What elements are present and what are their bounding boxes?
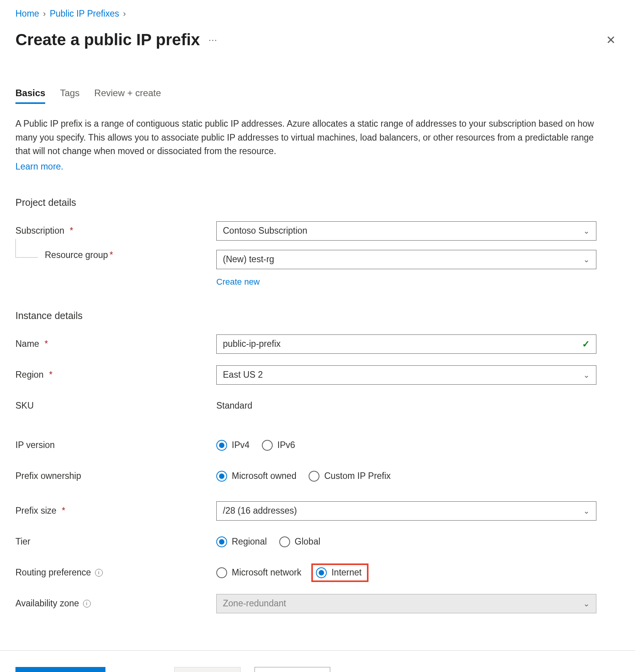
chevron-right-icon: › (43, 9, 46, 19)
resource-group-select[interactable]: (New) test-rg ⌄ (216, 250, 596, 269)
learn-more-link[interactable]: Learn more. (15, 160, 595, 174)
info-icon[interactable]: i (95, 569, 103, 577)
chevron-down-icon: ⌄ (583, 226, 590, 236)
tier-group: Regional Global (216, 536, 320, 547)
radio-microsoft-owned[interactable]: Microsoft owned (216, 471, 296, 482)
required-icon: * (62, 506, 65, 516)
tabs: Basics Tags Review + create (15, 88, 620, 104)
subscription-select[interactable]: Contoso Subscription ⌄ (216, 221, 596, 241)
radio-microsoft-network[interactable]: Microsoft network (216, 567, 301, 578)
page-title: Create a public IP prefix (15, 31, 200, 49)
radio-internet[interactable]: Internet (316, 567, 362, 578)
chevron-down-icon: ⌄ (583, 599, 590, 608)
label-tier: Tier (15, 536, 31, 547)
create-new-link[interactable]: Create new (216, 277, 260, 287)
sku-value: Standard (216, 400, 252, 411)
region-select[interactable]: East US 2 ⌄ (216, 365, 596, 385)
chevron-down-icon: ⌄ (583, 370, 590, 380)
name-input[interactable]: public-ip-prefix ✓ (216, 334, 596, 354)
more-actions-icon[interactable]: ··· (209, 34, 217, 45)
tab-tags[interactable]: Tags (60, 88, 80, 104)
footer: Review + create < Previous Next : Tags >… (0, 650, 635, 672)
next-button[interactable]: Next : Tags > (255, 667, 330, 672)
close-icon[interactable]: ✕ (602, 31, 620, 49)
section-project-details: Project details (15, 197, 620, 208)
prefix-ownership-group: Microsoft owned Custom IP Prefix (216, 471, 391, 482)
description-text: A Public IP prefix is a range of contigu… (15, 117, 595, 174)
routing-preference-group: Microsoft network Internet (216, 563, 368, 582)
availability-zone-select: Zone-redundant ⌄ (216, 594, 596, 613)
required-icon: * (110, 250, 113, 260)
breadcrumb-prefixes[interactable]: Public IP Prefixes (50, 8, 119, 19)
radio-ipv6[interactable]: IPv6 (262, 440, 295, 451)
label-region: Region (15, 370, 44, 380)
label-subscription: Subscription (15, 226, 65, 236)
breadcrumb-home[interactable]: Home (15, 8, 39, 19)
label-ip-version: IP version (15, 440, 55, 450)
label-name: Name (15, 339, 39, 349)
ip-version-group: IPv4 IPv6 (216, 440, 295, 451)
prefix-size-select[interactable]: /28 (16 addresses) ⌄ (216, 501, 596, 521)
radio-ipv4[interactable]: IPv4 (216, 440, 250, 451)
section-instance-details: Instance details (15, 310, 620, 321)
previous-button: < Previous (174, 667, 240, 672)
chevron-down-icon: ⌄ (583, 255, 590, 264)
label-prefix-ownership: Prefix ownership (15, 471, 81, 481)
label-sku: SKU (15, 400, 34, 411)
breadcrumb: Home › Public IP Prefixes › (15, 8, 620, 19)
label-availability-zone: Availability zone (15, 598, 79, 609)
tab-basics[interactable]: Basics (15, 88, 45, 104)
required-icon: * (44, 339, 48, 349)
required-icon: * (49, 370, 53, 380)
chevron-right-icon: › (123, 9, 126, 19)
radio-global[interactable]: Global (279, 536, 320, 547)
review-create-button[interactable]: Review + create (15, 667, 105, 672)
radio-custom-ip-prefix[interactable]: Custom IP Prefix (309, 471, 391, 482)
label-resource-group: Resource group (45, 250, 108, 260)
tree-indent-icon (15, 239, 38, 258)
label-prefix-size: Prefix size (15, 506, 56, 516)
chevron-down-icon: ⌄ (583, 506, 590, 516)
radio-regional[interactable]: Regional (216, 536, 267, 547)
info-icon[interactable]: i (83, 600, 91, 608)
checkmark-icon: ✓ (582, 339, 590, 350)
label-routing-preference: Routing preference (15, 567, 91, 578)
required-icon: * (70, 226, 73, 236)
highlight-box: Internet (311, 563, 368, 582)
tab-review[interactable]: Review + create (94, 88, 161, 104)
